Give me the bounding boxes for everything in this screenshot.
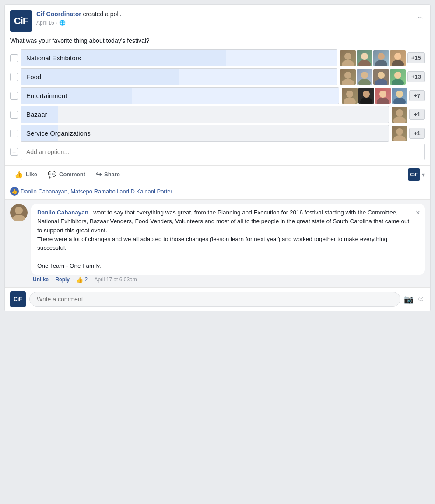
post-header: CiF Cif Coordinator created a poll. Apri…: [5, 5, 430, 35]
post-card: CiF Cif Coordinator created a poll. Apri…: [4, 4, 431, 311]
poll-option-row: Entertainment +7: [10, 87, 425, 104]
like-button[interactable]: 👍 Like: [10, 168, 42, 181]
svg-point-4: [378, 53, 385, 60]
likes-text[interactable]: Danilo Cabanayan, Matsepo Ramaboli and D…: [21, 188, 172, 195]
poll-option-bar-food[interactable]: Food: [21, 68, 337, 85]
poll-options: National Exhibitors +15: [5, 49, 430, 160]
svg-point-18: [363, 91, 370, 98]
poll-option-row: National Exhibitors +15: [10, 49, 425, 66]
comment-body: Danilo Cabanayan I want to say that ever…: [31, 204, 425, 283]
svg-point-26: [396, 128, 403, 135]
add-option-input[interactable]: [21, 144, 425, 160]
share-icon: ↪: [96, 170, 102, 178]
poll-checkbox-entertainment[interactable]: [10, 92, 18, 100]
chevron-down-icon[interactable]: ︿: [416, 11, 424, 21]
voter-avatar: [357, 50, 372, 66]
poll-voters-service-organizations: +1: [392, 126, 425, 141]
poll-voters-entertainment: +7: [342, 88, 425, 104]
voter-avatar: [373, 69, 389, 85]
svg-point-10: [361, 72, 368, 79]
poll-option-label: Food: [26, 73, 41, 80]
comment-button[interactable]: 💬 Comment: [43, 168, 90, 181]
write-comment-row: CiF 📷 ☺: [5, 287, 430, 311]
poll-checkbox-service-organizations[interactable]: [10, 130, 18, 137]
write-comment-icons: 📷 ☺: [404, 294, 425, 304]
voter-avatar: [373, 50, 389, 66]
svg-point-22: [396, 91, 403, 98]
poll-option-label: Entertainment: [26, 92, 67, 99]
emoji-icon[interactable]: ☺: [417, 294, 425, 304]
poll-option-bar-service-organizations[interactable]: Service Organizations: [21, 125, 389, 142]
voter-avatar: [392, 126, 407, 141]
svg-point-19: [360, 98, 372, 104]
poll-option-bar-bazaar[interactable]: Bazaar: [21, 106, 389, 123]
poll-option-row: Service Organizations +1: [10, 125, 425, 142]
author-avatar: CiF: [10, 10, 32, 32]
svg-point-20: [379, 91, 386, 98]
svg-point-8: [344, 72, 351, 79]
camera-icon[interactable]: 📷: [404, 294, 414, 304]
svg-point-9: [342, 79, 354, 85]
svg-point-14: [394, 72, 401, 79]
poll-checkbox-bazaar[interactable]: [10, 111, 18, 119]
comment-actions-line: Unlike · Reply · 👍 2 · April 17 at 6:03a…: [31, 276, 425, 283]
share-label: Share: [104, 171, 120, 178]
post-author-line: Cif Coordinator created a poll.: [36, 10, 425, 19]
post-meta: Cif Coordinator created a poll. April 16…: [36, 10, 425, 26]
like-icon-circle: 👍: [10, 187, 19, 196]
voter-avatar: [342, 88, 358, 104]
comment-icon: 💬: [48, 170, 56, 178]
voter-count-national-exhibitors: +15: [407, 52, 425, 63]
svg-point-27: [393, 135, 406, 141]
voter-avatar: [390, 50, 406, 66]
dropdown-arrow-icon[interactable]: ▾: [422, 171, 425, 178]
close-comment-icon[interactable]: ✕: [415, 208, 421, 217]
comment-label: Comment: [59, 171, 85, 178]
voter-count-food: +13: [407, 71, 425, 82]
comment-section: Danilo Cabanayan I want to say that ever…: [5, 199, 430, 287]
svg-point-29: [15, 206, 23, 214]
svg-point-15: [392, 79, 404, 85]
poll-option-bar-entertainment[interactable]: Entertainment: [21, 87, 339, 104]
voter-count-bazaar: +1: [409, 109, 425, 120]
poll-option-bar-national-exhibitors[interactable]: National Exhibitors: [21, 49, 337, 66]
thumb-up-count: 👍 2: [76, 276, 88, 283]
share-button[interactable]: ↪ Share: [91, 168, 124, 181]
svg-point-16: [346, 91, 353, 98]
comment-text: I want to say that everything was great,…: [37, 209, 409, 269]
svg-point-12: [378, 72, 385, 79]
poll-voters-national-exhibitors: +15: [340, 50, 425, 66]
poll-voters-bazaar: +1: [392, 107, 425, 122]
reply-link[interactable]: Reply: [55, 276, 70, 283]
comment-bubble: Danilo Cabanayan I want to say that ever…: [31, 204, 425, 275]
thumb-count-value: 2: [84, 276, 88, 283]
voter-avatar: [392, 88, 407, 104]
author-name[interactable]: Cif Coordinator: [36, 10, 81, 18]
poll-checkbox-national-exhibitors[interactable]: [10, 54, 18, 62]
poll-voters-food: +13: [340, 69, 425, 85]
svg-point-2: [361, 53, 368, 60]
post-action: created a poll.: [83, 10, 122, 18]
current-user-avatar: CiF: [10, 291, 26, 307]
cif-brand-logo: CiF: [408, 168, 420, 181]
comment-row: Danilo Cabanayan I want to say that ever…: [10, 204, 425, 283]
svg-point-6: [394, 53, 401, 60]
poll-option-label: Service Organizations: [26, 130, 91, 137]
svg-point-3: [358, 60, 371, 66]
svg-point-24: [396, 109, 403, 116]
poll-checkbox-food[interactable]: [10, 73, 18, 81]
unlike-link[interactable]: Unlike: [33, 276, 49, 283]
commenter-avatar: [10, 204, 28, 221]
svg-point-0: [344, 53, 351, 60]
write-comment-input[interactable]: [29, 292, 400, 307]
poll-question: What was your favorite thing about today…: [5, 35, 430, 49]
poll-option-row: Bazaar +1: [10, 106, 425, 123]
voter-avatar: [392, 107, 407, 122]
like-label: Like: [26, 171, 37, 178]
comment-author[interactable]: Danilo Cabanayan: [37, 209, 88, 216]
voter-count-service-organizations: +1: [409, 128, 425, 139]
comment-timestamp: April 17 at 6:03am: [94, 276, 137, 283]
action-buttons-left: 👍 Like 💬 Comment ↪ Share: [10, 168, 124, 181]
visibility-icon: 🌐: [59, 20, 66, 26]
svg-point-23: [393, 98, 406, 104]
